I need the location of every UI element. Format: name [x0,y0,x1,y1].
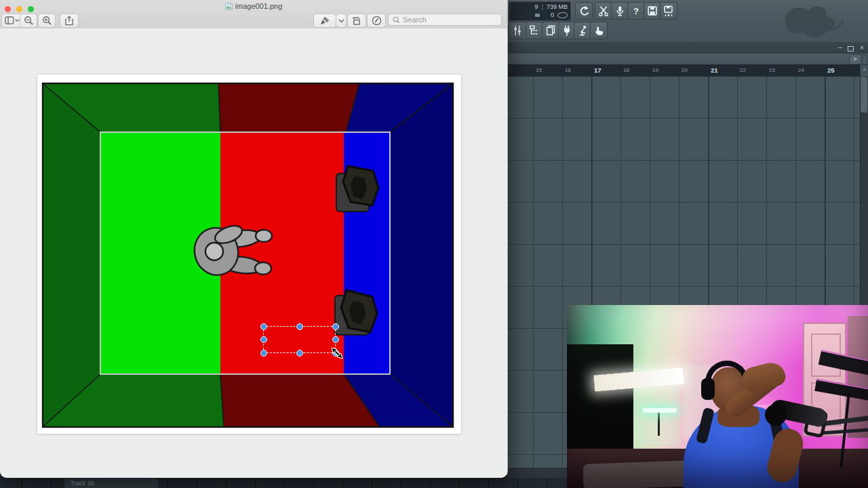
help-icon: ? [633,6,639,16]
save-icon [646,5,658,17]
zoom-in-icon [42,16,52,26]
touch-controller-button[interactable] [574,22,591,39]
selection-handle[interactable] [260,350,267,357]
selection-handle[interactable] [332,323,339,330]
save-button[interactable] [644,2,661,20]
memory-usage: 739 MB [547,3,568,10]
selection-handle[interactable] [260,323,267,330]
room-topdown-drawing [37,75,461,434]
pen-icon [319,16,331,26]
minimize-button[interactable]: − [835,43,845,53]
selection-handle[interactable] [332,336,339,343]
bar-number: 15 [536,67,542,73]
webcam-vignette [567,305,868,488]
speaker-bottom [335,290,377,335]
playlist-view-button[interactable] [542,22,559,39]
file-icon [225,3,233,10]
playlist-titlebar[interactable]: − × [507,42,868,54]
track-name-label[interactable]: Track 16 [64,479,158,488]
playlist-toolbar: > [507,54,868,65]
scrollbar-thumb[interactable] [861,77,867,113]
mixer-icon [511,24,524,37]
polyphony-meter-icon [557,12,568,18]
preview-window: image001.png [0,0,508,478]
resize-cursor-icon [330,346,345,361]
undo-icon [578,5,590,17]
window-title: image001.png [0,2,507,10]
scroll-right-button[interactable]: > [849,54,861,64]
bar-number: 21 [711,66,718,74]
restore-icon [848,46,854,52]
zoom-out-icon [24,16,34,26]
touch-pointer-button[interactable] [590,22,608,39]
playlist-icon [545,24,557,37]
pen-dropdown-button[interactable] [336,14,347,28]
markup-circle-pen-icon [372,16,382,26]
undo-button[interactable] [575,2,593,20]
image-canvas[interactable] [37,75,461,434]
webcam-overlay [567,305,868,488]
cut-button[interactable] [595,2,612,20]
pointer-hand-icon [593,24,605,37]
bar-number: 16 [565,67,571,73]
search-icon [393,16,400,24]
pattern-count: 9 [535,3,538,10]
record-button[interactable] [611,2,629,20]
help-button[interactable]: ? [627,2,645,20]
close-button[interactable]: × [857,43,867,53]
search-placeholder: Search [403,16,427,24]
preview-content [0,28,507,478]
timeline-ruler[interactable]: 1516171819202122232425 [507,64,860,77]
speaker-top [336,166,378,211]
panel-separator: | [542,3,543,10]
share-icon [64,16,74,26]
cpu-slider-handle[interactable] [535,14,540,17]
browser-icon [528,24,540,37]
scroll-up-button[interactable]: ^ [860,64,868,77]
selection-handle[interactable] [296,323,303,330]
screen: 9 | 739 MB 0 [0,0,868,488]
daw-toolbar: 9 | 739 MB 0 [507,0,868,43]
search-input[interactable]: Search [388,14,502,26]
share-button[interactable] [60,14,79,28]
bar-number: 25 [827,66,835,74]
mini-button[interactable] [862,54,867,64]
selection-handle[interactable] [260,336,267,343]
save-new-version-icon [663,5,675,17]
selection-rectangle[interactable] [263,326,336,353]
cut-icon [597,5,610,17]
polyphony-count: 0 [551,12,554,18]
rotate-left-button[interactable] [347,14,366,28]
bar-number: 17 [594,66,601,74]
browser-view-button[interactable] [526,22,543,39]
mixer-view-button[interactable] [509,22,526,39]
touch-icon [576,24,589,37]
markup-pen-button[interactable] [313,14,336,28]
zoom-in-button[interactable] [38,14,56,28]
rotate-left-icon [351,16,362,26]
selection-handle[interactable] [296,350,303,357]
save-new-version-button[interactable] [660,2,677,20]
preview-header[interactable]: image001.png [0,0,507,29]
bar-number: 22 [740,67,746,73]
markup-toolbar-button[interactable] [367,14,386,28]
zoom-out-button[interactable] [20,14,37,28]
chevron-down-icon [338,19,344,23]
record-mic-icon [614,5,626,17]
bar-number: 24 [798,67,804,73]
bar-number: 18 [623,67,629,73]
cpu-memory-panel: 9 | 739 MB 0 [509,1,571,21]
bar-number: 19 [652,67,658,73]
bar-number: 23 [769,67,775,73]
plugin-icon [561,24,573,37]
fl-studio-logo-icon [773,1,849,41]
bar-number: 20 [682,67,688,73]
sidebar-icon [5,16,20,25]
